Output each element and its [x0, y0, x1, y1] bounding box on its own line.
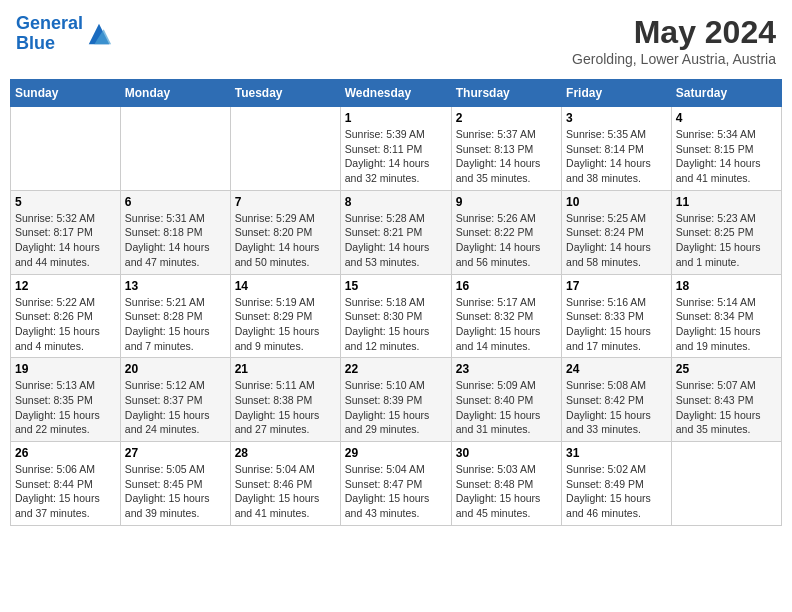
- day-info: Sunrise: 5:09 AMSunset: 8:40 PMDaylight:…: [456, 378, 557, 437]
- day-info: Sunrise: 5:29 AMSunset: 8:20 PMDaylight:…: [235, 211, 336, 270]
- day-number: 27: [125, 446, 226, 460]
- day-info: Sunrise: 5:04 AMSunset: 8:46 PMDaylight:…: [235, 462, 336, 521]
- day-cell: 21Sunrise: 5:11 AMSunset: 8:38 PMDayligh…: [230, 358, 340, 442]
- day-cell: 28Sunrise: 5:04 AMSunset: 8:46 PMDayligh…: [230, 442, 340, 526]
- day-number: 13: [125, 279, 226, 293]
- day-cell: 13Sunrise: 5:21 AMSunset: 8:28 PMDayligh…: [120, 274, 230, 358]
- day-number: 30: [456, 446, 557, 460]
- day-number: 24: [566, 362, 667, 376]
- logo-text: General Blue: [16, 14, 83, 54]
- day-number: 16: [456, 279, 557, 293]
- day-number: 8: [345, 195, 447, 209]
- day-cell: 4Sunrise: 5:34 AMSunset: 8:15 PMDaylight…: [671, 107, 781, 191]
- day-number: 17: [566, 279, 667, 293]
- day-number: 1: [345, 111, 447, 125]
- col-header-saturday: Saturday: [671, 80, 781, 107]
- day-cell: 9Sunrise: 5:26 AMSunset: 8:22 PMDaylight…: [451, 190, 561, 274]
- day-info: Sunrise: 5:25 AMSunset: 8:24 PMDaylight:…: [566, 211, 667, 270]
- day-number: 15: [345, 279, 447, 293]
- week-row-2: 5Sunrise: 5:32 AMSunset: 8:17 PMDaylight…: [11, 190, 782, 274]
- day-info: Sunrise: 5:02 AMSunset: 8:49 PMDaylight:…: [566, 462, 667, 521]
- day-info: Sunrise: 5:10 AMSunset: 8:39 PMDaylight:…: [345, 378, 447, 437]
- day-info: Sunrise: 5:05 AMSunset: 8:45 PMDaylight:…: [125, 462, 226, 521]
- day-cell: 15Sunrise: 5:18 AMSunset: 8:30 PMDayligh…: [340, 274, 451, 358]
- page-header: General Blue May 2024 Gerolding, Lower A…: [10, 10, 782, 71]
- day-info: Sunrise: 5:13 AMSunset: 8:35 PMDaylight:…: [15, 378, 116, 437]
- day-cell: 27Sunrise: 5:05 AMSunset: 8:45 PMDayligh…: [120, 442, 230, 526]
- day-cell: [120, 107, 230, 191]
- day-number: 19: [15, 362, 116, 376]
- location-label: Gerolding, Lower Austria, Austria: [572, 51, 776, 67]
- day-number: 12: [15, 279, 116, 293]
- day-info: Sunrise: 5:37 AMSunset: 8:13 PMDaylight:…: [456, 127, 557, 186]
- day-cell: 12Sunrise: 5:22 AMSunset: 8:26 PMDayligh…: [11, 274, 121, 358]
- day-number: 20: [125, 362, 226, 376]
- logo-icon: [85, 20, 113, 48]
- calendar-header-row: SundayMondayTuesdayWednesdayThursdayFrid…: [11, 80, 782, 107]
- day-cell: 31Sunrise: 5:02 AMSunset: 8:49 PMDayligh…: [562, 442, 672, 526]
- day-cell: 20Sunrise: 5:12 AMSunset: 8:37 PMDayligh…: [120, 358, 230, 442]
- day-number: 23: [456, 362, 557, 376]
- day-info: Sunrise: 5:12 AMSunset: 8:37 PMDaylight:…: [125, 378, 226, 437]
- day-info: Sunrise: 5:04 AMSunset: 8:47 PMDaylight:…: [345, 462, 447, 521]
- day-cell: 10Sunrise: 5:25 AMSunset: 8:24 PMDayligh…: [562, 190, 672, 274]
- day-cell: 7Sunrise: 5:29 AMSunset: 8:20 PMDaylight…: [230, 190, 340, 274]
- day-number: 25: [676, 362, 777, 376]
- day-number: 7: [235, 195, 336, 209]
- day-number: 6: [125, 195, 226, 209]
- day-info: Sunrise: 5:23 AMSunset: 8:25 PMDaylight:…: [676, 211, 777, 270]
- day-number: 28: [235, 446, 336, 460]
- day-info: Sunrise: 5:14 AMSunset: 8:34 PMDaylight:…: [676, 295, 777, 354]
- day-cell: 3Sunrise: 5:35 AMSunset: 8:14 PMDaylight…: [562, 107, 672, 191]
- day-cell: 18Sunrise: 5:14 AMSunset: 8:34 PMDayligh…: [671, 274, 781, 358]
- day-info: Sunrise: 5:11 AMSunset: 8:38 PMDaylight:…: [235, 378, 336, 437]
- day-info: Sunrise: 5:22 AMSunset: 8:26 PMDaylight:…: [15, 295, 116, 354]
- day-info: Sunrise: 5:18 AMSunset: 8:30 PMDaylight:…: [345, 295, 447, 354]
- day-number: 21: [235, 362, 336, 376]
- day-number: 11: [676, 195, 777, 209]
- day-cell: 22Sunrise: 5:10 AMSunset: 8:39 PMDayligh…: [340, 358, 451, 442]
- col-header-wednesday: Wednesday: [340, 80, 451, 107]
- day-info: Sunrise: 5:16 AMSunset: 8:33 PMDaylight:…: [566, 295, 667, 354]
- day-cell: [11, 107, 121, 191]
- day-cell: 19Sunrise: 5:13 AMSunset: 8:35 PMDayligh…: [11, 358, 121, 442]
- day-number: 4: [676, 111, 777, 125]
- col-header-thursday: Thursday: [451, 80, 561, 107]
- day-number: 18: [676, 279, 777, 293]
- day-cell: 8Sunrise: 5:28 AMSunset: 8:21 PMDaylight…: [340, 190, 451, 274]
- day-number: 31: [566, 446, 667, 460]
- col-header-monday: Monday: [120, 80, 230, 107]
- col-header-tuesday: Tuesday: [230, 80, 340, 107]
- day-cell: 14Sunrise: 5:19 AMSunset: 8:29 PMDayligh…: [230, 274, 340, 358]
- day-cell: [671, 442, 781, 526]
- day-info: Sunrise: 5:06 AMSunset: 8:44 PMDaylight:…: [15, 462, 116, 521]
- day-info: Sunrise: 5:39 AMSunset: 8:11 PMDaylight:…: [345, 127, 447, 186]
- day-info: Sunrise: 5:34 AMSunset: 8:15 PMDaylight:…: [676, 127, 777, 186]
- day-info: Sunrise: 5:31 AMSunset: 8:18 PMDaylight:…: [125, 211, 226, 270]
- week-row-1: 1Sunrise: 5:39 AMSunset: 8:11 PMDaylight…: [11, 107, 782, 191]
- day-cell: 26Sunrise: 5:06 AMSunset: 8:44 PMDayligh…: [11, 442, 121, 526]
- day-number: 9: [456, 195, 557, 209]
- day-cell: 5Sunrise: 5:32 AMSunset: 8:17 PMDaylight…: [11, 190, 121, 274]
- day-cell: 11Sunrise: 5:23 AMSunset: 8:25 PMDayligh…: [671, 190, 781, 274]
- calendar-table: SundayMondayTuesdayWednesdayThursdayFrid…: [10, 79, 782, 526]
- day-cell: 2Sunrise: 5:37 AMSunset: 8:13 PMDaylight…: [451, 107, 561, 191]
- day-info: Sunrise: 5:21 AMSunset: 8:28 PMDaylight:…: [125, 295, 226, 354]
- week-row-4: 19Sunrise: 5:13 AMSunset: 8:35 PMDayligh…: [11, 358, 782, 442]
- col-header-sunday: Sunday: [11, 80, 121, 107]
- col-header-friday: Friday: [562, 80, 672, 107]
- day-cell: 23Sunrise: 5:09 AMSunset: 8:40 PMDayligh…: [451, 358, 561, 442]
- day-number: 2: [456, 111, 557, 125]
- day-number: 26: [15, 446, 116, 460]
- day-cell: 16Sunrise: 5:17 AMSunset: 8:32 PMDayligh…: [451, 274, 561, 358]
- day-cell: 6Sunrise: 5:31 AMSunset: 8:18 PMDaylight…: [120, 190, 230, 274]
- day-cell: 25Sunrise: 5:07 AMSunset: 8:43 PMDayligh…: [671, 358, 781, 442]
- day-cell: 1Sunrise: 5:39 AMSunset: 8:11 PMDaylight…: [340, 107, 451, 191]
- day-number: 29: [345, 446, 447, 460]
- day-number: 3: [566, 111, 667, 125]
- day-info: Sunrise: 5:26 AMSunset: 8:22 PMDaylight:…: [456, 211, 557, 270]
- day-info: Sunrise: 5:32 AMSunset: 8:17 PMDaylight:…: [15, 211, 116, 270]
- day-info: Sunrise: 5:07 AMSunset: 8:43 PMDaylight:…: [676, 378, 777, 437]
- day-cell: 30Sunrise: 5:03 AMSunset: 8:48 PMDayligh…: [451, 442, 561, 526]
- day-info: Sunrise: 5:19 AMSunset: 8:29 PMDaylight:…: [235, 295, 336, 354]
